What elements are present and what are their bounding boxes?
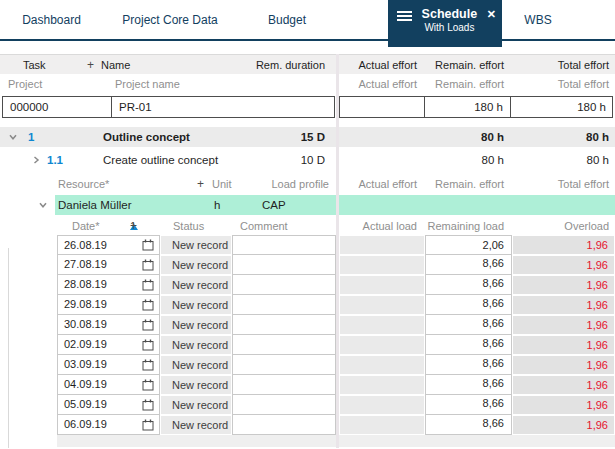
comment-field[interactable] (232, 415, 336, 435)
project-id-field[interactable]: 000000 (2, 96, 112, 118)
column-header-unit: Unit (212, 175, 232, 194)
date-value: 04.09.19 (64, 376, 107, 393)
calendar-icon[interactable] (142, 319, 154, 331)
date-field[interactable]: 04.09.19 (57, 375, 160, 395)
date-field[interactable]: 30.08.19 (57, 315, 160, 335)
status-cell: New record (160, 235, 232, 255)
remaining-load-field[interactable]: 8,66 (425, 275, 512, 295)
add-column-button[interactable]: + (130, 218, 137, 235)
tab-dashboard[interactable]: Dashboard (0, 0, 103, 39)
remaining-load-field[interactable]: 8,66 (425, 335, 512, 355)
load-row: 29.08.19 New record 8,66 1,96 (0, 295, 615, 315)
comment-field[interactable] (232, 235, 336, 255)
remaining-load-field[interactable]: 8,66 (425, 415, 512, 435)
remaining-load-field[interactable]: 8,66 (425, 355, 512, 375)
column-header-load-profile: Load profile (272, 175, 330, 194)
subheader-project-name: Project name (115, 74, 180, 94)
remaining-load-field[interactable]: 8,66 (425, 395, 512, 415)
date-value: 05.09.19 (64, 396, 107, 413)
task-actual-effort (339, 150, 425, 170)
actual-load-cell (339, 235, 425, 255)
tab-project-core-data[interactable]: Project Core Data (103, 0, 237, 39)
comment-field[interactable] (232, 315, 336, 335)
remaining-load-field[interactable]: 8,66 (425, 375, 512, 395)
column-group-divider (336, 54, 339, 448)
load-row: 02.09.19 New record 8,66 1,96 (0, 335, 615, 355)
calendar-icon[interactable] (142, 259, 154, 271)
hierarchy-guide-line (8, 248, 9, 448)
add-column-button[interactable]: + (87, 55, 94, 75)
load-table-header: Date* 1 + Status Comment Actual load Rem… (0, 218, 615, 235)
task-total-effort: 80 h (512, 150, 615, 170)
project-total-effort-field[interactable]: 180 h (510, 96, 613, 118)
column-header-total-effort: Total effort (512, 55, 615, 74)
expand-chevron-icon[interactable] (31, 150, 41, 170)
task-table-header: Task + Name Rem. duration Actual effort … (0, 54, 615, 74)
project-remain-effort-field[interactable]: 180 h (424, 96, 511, 118)
close-icon[interactable]: ✕ (487, 8, 496, 21)
date-field[interactable]: 29.08.19 (57, 295, 160, 315)
tab-schedule[interactable]: Schedule With Loads ✕ (388, 0, 502, 47)
date-field[interactable]: 05.09.19 (57, 395, 160, 415)
comment-field[interactable] (232, 295, 336, 315)
comment-field[interactable] (232, 275, 336, 295)
comment-field[interactable] (232, 375, 336, 395)
overload-cell: 1,96 (512, 395, 615, 415)
add-column-button[interactable]: + (197, 175, 204, 194)
status-cell: New record (160, 395, 232, 415)
project-actual-effort-field[interactable] (339, 96, 425, 118)
column-header-remain-effort: Remain. effort (425, 175, 512, 194)
collapse-chevron-icon[interactable] (8, 127, 18, 147)
subheader-project: Project (8, 74, 42, 94)
overload-cell: 1,96 (512, 255, 615, 275)
task-actual-effort (339, 127, 425, 147)
calendar-icon[interactable] (142, 239, 154, 251)
date-value: 02.09.19 (64, 336, 107, 353)
calendar-icon[interactable] (142, 359, 154, 371)
status-cell: New record (160, 415, 232, 435)
status-cell: New record (160, 375, 232, 395)
column-header-remaining-load: Remaining load (425, 218, 512, 235)
task-row: 1 Outline concept 15 D 80 h 80 h (0, 127, 615, 147)
date-field[interactable]: 27.08.19 (57, 255, 160, 275)
subheader-remain-effort: Remain. effort (425, 74, 512, 94)
calendar-icon[interactable] (142, 399, 154, 411)
calendar-icon[interactable] (142, 419, 154, 431)
tab-budget[interactable]: Budget (237, 0, 337, 39)
actual-load-cell (339, 315, 425, 335)
comment-field[interactable] (232, 255, 336, 275)
column-header-overload: Overload (512, 218, 615, 235)
comment-field[interactable] (232, 335, 336, 355)
actual-load-cell (339, 395, 425, 415)
calendar-icon[interactable] (142, 379, 154, 391)
column-header-rem-duration: Rem. duration (256, 55, 325, 75)
date-field[interactable]: 03.09.19 (57, 355, 160, 375)
remaining-load-field[interactable]: 8,66 (425, 295, 512, 315)
collapse-chevron-icon[interactable] (38, 195, 48, 215)
remaining-load-field[interactable]: 2,06 (425, 235, 512, 255)
remaining-load-field[interactable]: 8,66 (425, 315, 512, 335)
date-value: 26.08.19 (64, 236, 107, 254)
project-name-field[interactable]: PR-01 (111, 96, 335, 118)
comment-field[interactable] (232, 395, 336, 415)
status-cell: New record (160, 275, 232, 295)
load-row: 06.09.19 New record 8,66 1,96 (0, 415, 615, 435)
task-wbs-number: 1.1 (47, 150, 63, 170)
comment-field[interactable] (232, 355, 336, 375)
date-field[interactable]: 06.09.19 (57, 415, 160, 435)
actual-load-cell (339, 255, 425, 275)
date-field[interactable]: 28.08.19 (57, 275, 160, 295)
column-header-actual-effort: Actual effort (339, 55, 425, 74)
calendar-icon[interactable] (142, 339, 154, 351)
calendar-icon[interactable] (142, 299, 154, 311)
date-field[interactable]: 26.08.19 (57, 235, 160, 255)
column-header-actual-load: Actual load (339, 218, 425, 235)
calendar-icon[interactable] (142, 279, 154, 291)
overload-cell: 1,96 (512, 275, 615, 295)
status-cell: New record (160, 295, 232, 315)
remaining-load-field[interactable]: 8,66 (425, 255, 512, 275)
menu-icon[interactable] (397, 11, 412, 21)
date-field[interactable]: 02.09.19 (57, 335, 160, 355)
tab-wbs[interactable]: WBS (502, 0, 574, 39)
column-header-task: Task (23, 55, 46, 75)
